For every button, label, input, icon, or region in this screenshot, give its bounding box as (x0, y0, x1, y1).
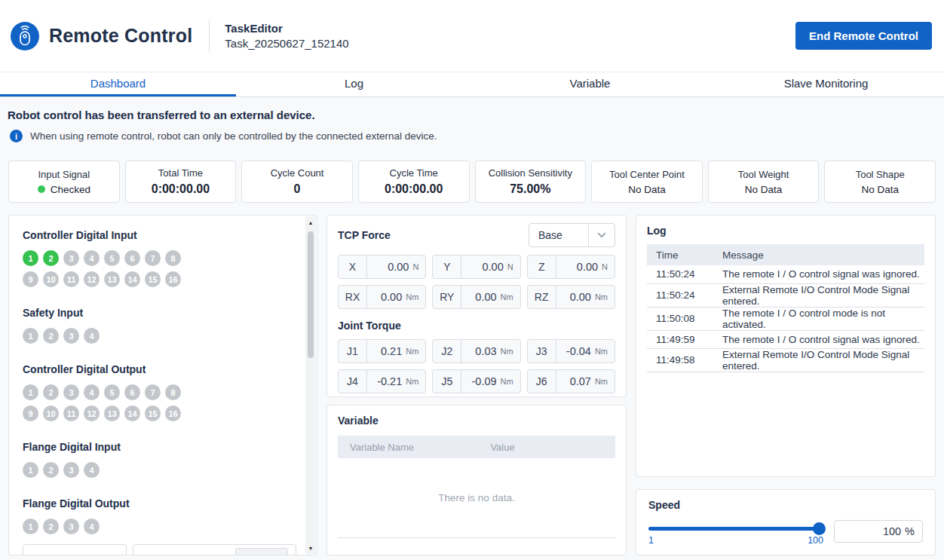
tab-bar: DashboardLogVariableSlave Monitoring (0, 72, 944, 97)
status-card-total-time: Total Time0:00:00.00 (125, 161, 237, 203)
io-signal-indicator: 8 (165, 250, 181, 266)
tcp-force-title: TCP Force (338, 229, 391, 241)
io-signal-indicator: 6 (124, 384, 140, 400)
scrollbar-thumb[interactable] (308, 231, 314, 358)
io-signal-indicator: 12 (84, 405, 100, 421)
status-card-value-text: 0 (294, 182, 301, 196)
speed-panel-title: Speed (648, 499, 923, 511)
log-panel-title: Log (647, 225, 924, 237)
notice-block: Robot control has been transferred to an… (0, 97, 944, 142)
io-signal-indicator: 11 (63, 405, 79, 421)
message-column-header: Message (713, 244, 924, 265)
chevron-down-icon (588, 224, 615, 246)
io-signal-indicator: 1 (23, 328, 38, 344)
variable-panel-title: Variable (338, 415, 615, 427)
log-row: 11:49:59The remote I / O control signal … (647, 330, 924, 348)
io-dots-flange-digital-input: 1234 (23, 462, 185, 478)
status-card-value: 0:00:00.00 (152, 182, 210, 196)
io-dots-controller-digital-input: 12345678910111213141516 (23, 250, 185, 287)
info-icon: i (10, 130, 23, 142)
field-value: 0.03 (461, 345, 500, 357)
io-signal-indicator: 2 (43, 462, 59, 478)
io-signal-indicator: 3 (63, 384, 79, 400)
io-signal-indicator: 1 (23, 462, 38, 478)
status-card-label: Tool Shape (856, 169, 905, 180)
joint-torque-field-j4: J4-0.21Nm (338, 369, 426, 393)
io-signal-indicator: 10 (43, 405, 59, 421)
remote-control-icon (11, 22, 39, 50)
field-value: -0.04 (556, 345, 595, 357)
field-unit: Nm (406, 377, 425, 386)
status-card-cycle-time: Cycle Time0:00:00.00 (358, 161, 470, 203)
coordinate-frame-select[interactable]: Base (529, 223, 615, 247)
field-value: 0.00 (556, 291, 595, 303)
status-card-label: Total Time (158, 167, 203, 179)
task-type: TaskEditor (225, 22, 348, 35)
field-label: RZ (528, 286, 556, 308)
app-header: Remote Control TaskEditor Task_20250627_… (0, 0, 944, 72)
notice-description: When using remote control, robot can onl… (30, 130, 437, 142)
green-status-dot-icon (38, 185, 45, 193)
field-unit: N (412, 262, 425, 271)
status-card-value-text: Checked (51, 184, 90, 195)
app-title: Remote Control (49, 25, 192, 47)
tcp-force-field-rz: RZ0.00Nm (527, 285, 615, 309)
status-card-tool-weight: Tool WeightNo Data (708, 161, 820, 203)
status-card-tool-shape: Tool ShapeNo Data (824, 161, 936, 203)
speed-slider[interactable]: 1 100 (648, 520, 823, 546)
io-signal-indicator: 4 (84, 250, 100, 266)
speed-unit: % (905, 525, 915, 537)
tab-dashboard[interactable]: Dashboard (0, 72, 236, 96)
status-card-value: 75.00% (510, 182, 550, 196)
scroll-down-icon[interactable]: ▼ (305, 543, 316, 552)
speed-value: 100 (883, 525, 901, 537)
io-signal-indicator: 9 (23, 271, 38, 287)
io-dots-controller-digital-output: 12345678910111213141516 (23, 384, 185, 421)
speed-value-input[interactable]: 100 % (834, 520, 923, 543)
speed-min-label: 1 (648, 535, 654, 546)
log-time: 11:50:24 (647, 283, 713, 307)
status-card-value: No Data (628, 184, 666, 195)
tab-slave-monitoring[interactable]: Slave Monitoring (708, 72, 944, 96)
joint-torque-field-j1: J10.21Nm (338, 339, 426, 363)
io-signal-indicator: 1 (23, 250, 38, 266)
io-signal-indicator: 3 (63, 328, 79, 344)
io-clipped-field[interactable] (23, 544, 127, 555)
io-panel-scrollbar[interactable]: ▲ ▼ (305, 216, 316, 554)
joint-torque-field-j3: J3-0.04Nm (527, 339, 615, 363)
scroll-up-icon[interactable]: ▲ (305, 218, 316, 227)
io-clipped-field[interactable] (133, 544, 296, 555)
io-signal-indicator: 4 (84, 462, 100, 478)
field-label: Y (433, 256, 461, 278)
io-clipped-row (23, 544, 305, 555)
dashboard-content: Robot control has been transferred to an… (0, 97, 944, 560)
io-signal-indicator: 1 (23, 384, 38, 400)
log-row: 11:50:08The remote I / O control mode is… (647, 307, 924, 330)
field-unit: N (602, 262, 615, 271)
task-name: Task_20250627_152140 (225, 37, 348, 50)
field-value: 0.00 (367, 261, 412, 273)
tab-log[interactable]: Log (236, 72, 472, 96)
field-label: X (339, 256, 367, 278)
io-signal-indicator: 3 (63, 250, 79, 266)
log-time: 11:49:58 (647, 348, 713, 372)
end-remote-control-button[interactable]: End Remote Control (795, 22, 932, 50)
header-divider (209, 20, 210, 53)
tcp-force-field-x: X0.00N (338, 255, 426, 279)
field-label: J3 (528, 340, 556, 363)
speed-slider-track[interactable] (648, 527, 823, 531)
log-message: External Remote I/O Control Mode Signal … (713, 348, 924, 372)
log-time: 11:49:59 (647, 330, 713, 348)
io-signal-indicator: 14 (124, 271, 140, 287)
io-signal-indicator: 5 (104, 384, 120, 400)
io-signal-indicator: 7 (145, 250, 161, 266)
io-signal-indicator: 9 (23, 405, 38, 421)
log-row: 11:50:24External Remote I/O Control Mode… (647, 283, 924, 307)
speed-slider-handle[interactable] (813, 522, 826, 535)
status-card-value-text: 0:00:00.00 (152, 182, 210, 196)
tab-variable[interactable]: Variable (472, 72, 708, 96)
io-signal-panel: Controller Digital Input1234567891011121… (8, 215, 317, 555)
io-section-title-controller-digital-output: Controller Digital Output (23, 363, 305, 375)
coordinate-frame-value: Base (529, 229, 588, 241)
io-clipped-button[interactable] (235, 548, 288, 555)
